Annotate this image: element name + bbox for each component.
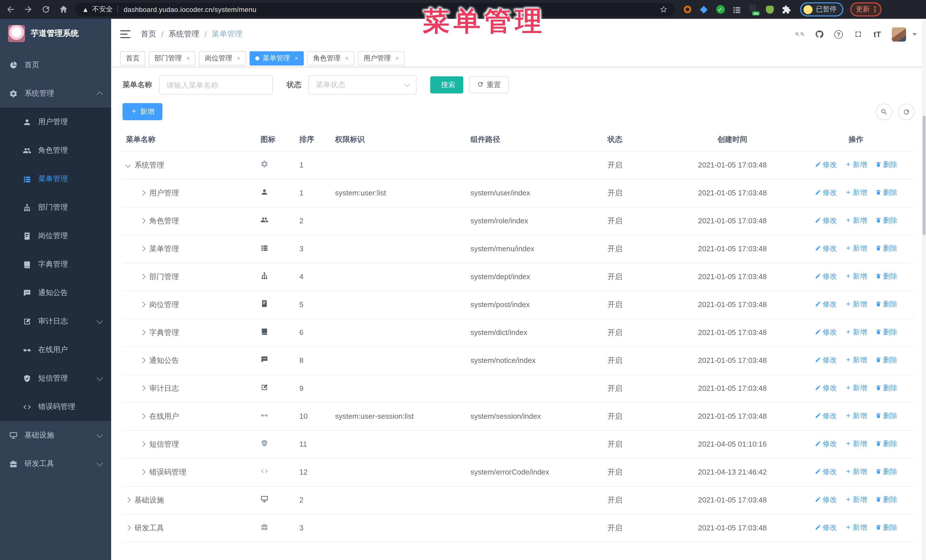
add-button[interactable]: 新增 <box>845 467 867 477</box>
expand-chevron-icon[interactable] <box>140 413 145 419</box>
green-check-icon[interactable]: ✓ <box>716 5 725 14</box>
expand-chevron-icon[interactable] <box>140 469 145 475</box>
add-button[interactable]: 新增 <box>845 523 867 533</box>
sidebar-item-menu[interactable]: 菜单管理 <box>0 165 111 193</box>
caret-down-icon[interactable] <box>912 33 917 36</box>
on-badge-icon[interactable]: on <box>749 5 758 14</box>
delete-button[interactable]: 删除 <box>875 523 897 533</box>
tab-用户管理[interactable]: 用户管理× <box>358 51 405 65</box>
user-avatar[interactable] <box>892 27 906 41</box>
show-search-toggle-button[interactable] <box>876 103 893 120</box>
edit-button[interactable]: 修改 <box>815 328 837 337</box>
add-button[interactable]: 新增 <box>845 411 867 421</box>
paused-extension-badge[interactable]: 已暂停 <box>800 2 843 17</box>
sidebar-item-user[interactable]: 用户管理 <box>0 108 111 136</box>
close-icon[interactable]: × <box>186 55 190 62</box>
expand-chevron-icon[interactable] <box>140 329 145 335</box>
add-button[interactable]: 新增 <box>845 495 867 505</box>
add-button[interactable]: 新增 <box>845 216 867 226</box>
refresh-table-button[interactable] <box>898 103 915 120</box>
sidebar-item-monitor[interactable]: 基础设施 <box>0 421 111 450</box>
expand-chevron-icon[interactable] <box>140 441 145 447</box>
edit-button[interactable]: 修改 <box>815 244 837 254</box>
delete-button[interactable]: 删除 <box>875 439 897 449</box>
add-button[interactable]: 新增 <box>845 188 867 198</box>
tab-首页[interactable]: 首页 <box>120 51 145 65</box>
expand-chevron-icon[interactable] <box>140 358 145 363</box>
sidebar-collapse-icon[interactable] <box>120 30 130 38</box>
expand-chevron-icon[interactable] <box>140 190 145 196</box>
forward-arrow-icon[interactable] <box>23 5 33 14</box>
status-select[interactable]: 菜单状态 <box>308 75 416 95</box>
expand-chevron-icon[interactable] <box>125 525 131 531</box>
add-button[interactable]: 新增 <box>845 300 867 309</box>
sidebar-item-dashboard[interactable]: 首页 <box>0 51 111 79</box>
search-button[interactable]: 搜索 <box>430 76 463 94</box>
tab-菜单管理[interactable]: 菜单管理× <box>250 51 304 65</box>
tab-角色管理[interactable]: 角色管理× <box>307 51 354 65</box>
edit-button[interactable]: 修改 <box>815 495 837 505</box>
breadcrumb-item[interactable]: 首页 <box>141 29 156 39</box>
orange-ring-icon[interactable] <box>683 5 692 14</box>
help-icon[interactable]: ? <box>834 29 843 39</box>
browser-update-button[interactable]: 更新 <box>850 2 882 17</box>
edit-button[interactable]: 修改 <box>815 355 837 365</box>
tab-group-icon[interactable] <box>732 5 741 14</box>
edit-button[interactable]: 修改 <box>815 160 837 170</box>
delete-button[interactable]: 删除 <box>875 383 897 393</box>
expand-chevron-icon[interactable] <box>140 274 145 279</box>
green-droid-icon[interactable] <box>765 5 775 14</box>
expand-chevron-icon[interactable] <box>140 385 145 391</box>
expand-chevron-icon[interactable] <box>125 497 131 503</box>
edit-button[interactable]: 修改 <box>815 216 837 226</box>
sidebar-item-log[interactable]: 审计日志 <box>0 307 111 335</box>
add-button[interactable]: 新增 <box>845 244 867 254</box>
edit-button[interactable]: 修改 <box>815 272 837 281</box>
logo[interactable]: 芋道管理系统 <box>0 19 111 48</box>
menu-name-input[interactable] <box>159 75 273 95</box>
add-button[interactable]: 新增 <box>845 160 867 170</box>
delete-button[interactable]: 删除 <box>875 467 897 477</box>
edit-button[interactable]: 修改 <box>815 411 837 421</box>
add-button[interactable]: 新增 <box>845 439 867 449</box>
tab-部门管理[interactable]: 部门管理× <box>149 51 196 65</box>
sidebar-item-gear[interactable]: 系统管理 <box>0 79 111 108</box>
edit-button[interactable]: 修改 <box>815 300 837 309</box>
delete-button[interactable]: 删除 <box>875 411 897 421</box>
sidebar-item-online[interactable]: 在线用户 <box>0 335 111 364</box>
reset-button[interactable]: 重置 <box>469 76 509 94</box>
sidebar-item-book[interactable]: 字典管理 <box>0 250 111 279</box>
collapse-chevron-icon[interactable] <box>125 162 131 168</box>
puzzle-icon[interactable] <box>782 5 791 14</box>
sidebar-item-shield[interactable]: 短信管理 <box>0 364 111 392</box>
delete-button[interactable]: 删除 <box>875 188 897 198</box>
close-icon[interactable]: × <box>295 55 298 62</box>
search-icon[interactable] <box>795 29 805 39</box>
address-bar[interactable]: ▲ 不安全 dashboard.yudao.iocoder.cn/system/… <box>75 3 675 16</box>
expand-chevron-icon[interactable] <box>140 302 145 307</box>
close-icon[interactable]: × <box>237 55 241 62</box>
delete-button[interactable]: 删除 <box>875 272 897 281</box>
back-arrow-icon[interactable] <box>6 5 15 14</box>
edit-button[interactable]: 修改 <box>815 523 837 533</box>
sidebar-item-badge[interactable]: 岗位管理 <box>0 222 111 250</box>
add-button[interactable]: 新增 <box>845 272 867 281</box>
sidebar-item-toolbox[interactable]: 研发工具 <box>0 450 111 478</box>
add-button[interactable]: 新增 <box>123 103 162 120</box>
sidebar-item-tree[interactable]: 部门管理 <box>0 193 111 222</box>
reload-icon[interactable] <box>41 5 51 14</box>
add-button[interactable]: 新增 <box>845 355 867 365</box>
expand-chevron-icon[interactable] <box>140 218 145 223</box>
blue-gem-icon[interactable] <box>699 5 708 14</box>
browser-menu-icon[interactable] <box>874 6 876 12</box>
delete-button[interactable]: 删除 <box>875 216 897 226</box>
sidebar-item-users[interactable]: 角色管理 <box>0 136 111 165</box>
edit-button[interactable]: 修改 <box>815 383 837 393</box>
add-button[interactable]: 新增 <box>845 328 867 337</box>
sidebar-item-code[interactable]: 错误码管理 <box>0 392 111 421</box>
edit-button[interactable]: 修改 <box>815 439 837 449</box>
delete-button[interactable]: 删除 <box>875 244 897 254</box>
delete-button[interactable]: 删除 <box>875 160 897 170</box>
close-icon[interactable]: × <box>345 55 349 62</box>
sidebar-item-message[interactable]: 通知公告 <box>0 279 111 307</box>
